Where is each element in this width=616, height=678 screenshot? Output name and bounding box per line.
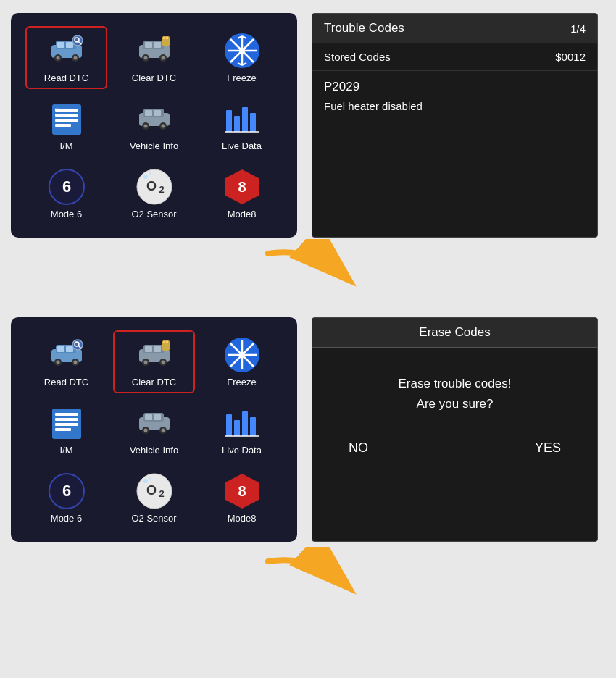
svg-point-31: [239, 48, 245, 54]
bottom-freeze[interactable]: Freeze: [201, 330, 283, 393]
bottom-freeze-icon: [223, 336, 261, 374]
bottom-clear-dtc-icon: [135, 339, 174, 371]
live-data-icon: [223, 103, 261, 135]
mode6-icon-container: 6: [46, 168, 88, 206]
trouble-codes-panel: Trouble Codes 1/4 Stored Codes $0012 P20…: [312, 13, 598, 238]
mode8-icon-container: 8: [221, 168, 263, 206]
svg-point-45: [161, 125, 165, 128]
top-o2-sensor[interactable]: O 2 O2 Sensor: [113, 163, 195, 225]
stored-codes-row: Stored Codes $0012: [312, 43, 597, 71]
svg-point-113: [149, 477, 151, 480]
bottom-mode8-icon: 8: [223, 472, 261, 510]
im-icon: [49, 101, 84, 136]
bottom-o2-sensor-label: O2 Sensor: [131, 513, 176, 524]
top-vehicle-info[interactable]: Vehicle Info: [113, 95, 195, 157]
bottom-mode8[interactable]: 8 Mode8: [201, 467, 283, 530]
erase-buttons: NO YES: [327, 440, 583, 456]
svg-rect-97: [154, 414, 161, 420]
svg-rect-102: [226, 414, 232, 436]
erase-no-button[interactable]: NO: [349, 440, 368, 456]
bottom-vehicle-info[interactable]: Vehicle Info: [113, 399, 195, 461]
top-row: Read DTC: [11, 13, 598, 238]
bottom-live-data[interactable]: Live Data: [201, 399, 283, 461]
svg-rect-90: [55, 413, 78, 416]
bottom-mode6[interactable]: 6 Mode 6: [25, 467, 107, 530]
svg-text:O: O: [146, 483, 156, 498]
top-mode6-label: Mode 6: [51, 209, 82, 219]
bottom-clear-dtc[interactable]: Clear DTC: [113, 330, 195, 393]
top-read-dtc[interactable]: Read DTC: [25, 26, 107, 89]
svg-point-101: [161, 429, 165, 432]
svg-point-43: [143, 125, 147, 128]
svg-rect-2: [57, 42, 64, 48]
svg-rect-49: [250, 113, 256, 132]
bottom-read-dtc-icon-container: [46, 336, 88, 374]
top-vehicle-info-label: Vehicle Info: [130, 141, 178, 151]
top-live-data-label: Live Data: [222, 141, 262, 151]
svg-rect-36: [55, 124, 71, 127]
bottom-read-dtc[interactable]: Read DTC: [25, 330, 107, 393]
read-dtc-icon-container: [46, 32, 88, 70]
bottom-im[interactable]: I/M: [25, 399, 107, 461]
svg-rect-46: [226, 110, 232, 132]
stored-codes-value: $0012: [555, 51, 586, 63]
svg-rect-48: [242, 107, 248, 132]
bottom-mode6-label: Mode 6: [51, 513, 82, 524]
bottom-o2-icon-container: O 2: [133, 472, 175, 510]
svg-rect-96: [145, 414, 152, 420]
top-arrow: [254, 239, 370, 297]
trouble-codes-title: Trouble Codes: [324, 21, 404, 35]
bottom-read-dtc-icon: [47, 339, 86, 371]
svg-rect-3: [66, 42, 73, 48]
svg-rect-75: [154, 346, 161, 352]
svg-point-112: [143, 479, 148, 483]
svg-text:8: 8: [238, 179, 246, 195]
erase-message1: Erase trouble codes!: [327, 377, 583, 391]
svg-text:6: 6: [62, 177, 70, 196]
svg-rect-13: [145, 42, 152, 48]
mode6-icon: 6: [48, 168, 86, 206]
svg-point-57: [149, 172, 151, 175]
top-live-data[interactable]: Live Data: [201, 95, 283, 157]
read-dtc-icon: [47, 35, 86, 67]
bottom-arrow: [254, 547, 370, 605]
mode8-icon: 8: [223, 168, 261, 206]
svg-rect-33: [55, 109, 78, 112]
top-freeze[interactable]: Freeze: [201, 26, 283, 89]
trouble-codes-counter: 1/4: [570, 22, 586, 35]
erase-yes-button[interactable]: YES: [535, 440, 561, 456]
top-mode8[interactable]: 8 Mode8: [201, 163, 283, 225]
main-container: Read DTC: [0, 0, 616, 678]
bottom-o2-sensor[interactable]: O 2 O2 Sensor: [113, 467, 195, 530]
svg-point-56: [143, 175, 148, 179]
top-arrow-svg: [254, 239, 370, 297]
bottom-clear-dtc-icon-container: [133, 336, 175, 374]
svg-rect-64: [66, 346, 73, 352]
svg-text:2: 2: [159, 488, 164, 499]
top-mode6[interactable]: 6 Mode 6: [25, 163, 107, 225]
vehicle-info-icon: [135, 103, 174, 135]
bottom-read-dtc-label: Read DTC: [44, 377, 88, 388]
live-data-icon-container: [221, 100, 263, 138]
svg-point-99: [143, 429, 147, 432]
bottom-vehicle-info-icon: [135, 407, 174, 439]
bottom-mode8-label: Mode8: [228, 513, 257, 524]
top-clear-dtc[interactable]: Clear DTC: [113, 26, 195, 89]
svg-point-79: [161, 361, 165, 364]
o2-icon-container: O 2: [133, 168, 175, 206]
stored-codes-label: Stored Codes: [324, 51, 391, 63]
svg-text:6: 6: [62, 482, 70, 500]
o2-icon: O 2: [136, 168, 173, 206]
svg-rect-40: [145, 110, 152, 116]
trouble-codes-header: Trouble Codes 1/4: [312, 14, 597, 43]
erase-codes-header: Erase Codes: [312, 318, 597, 348]
bottom-vehicle-info-icon-container: [133, 404, 175, 442]
svg-rect-91: [55, 418, 78, 421]
top-mode8-label: Mode8: [228, 209, 257, 219]
top-im[interactable]: I/M: [25, 95, 107, 157]
svg-point-66: [56, 361, 59, 364]
svg-rect-104: [242, 411, 248, 436]
bottom-im-icon-container: [46, 404, 88, 442]
erase-codes-body: Erase trouble codes! Are you sure? NO YE…: [312, 348, 597, 470]
bottom-o2-icon: O 2: [136, 472, 173, 510]
